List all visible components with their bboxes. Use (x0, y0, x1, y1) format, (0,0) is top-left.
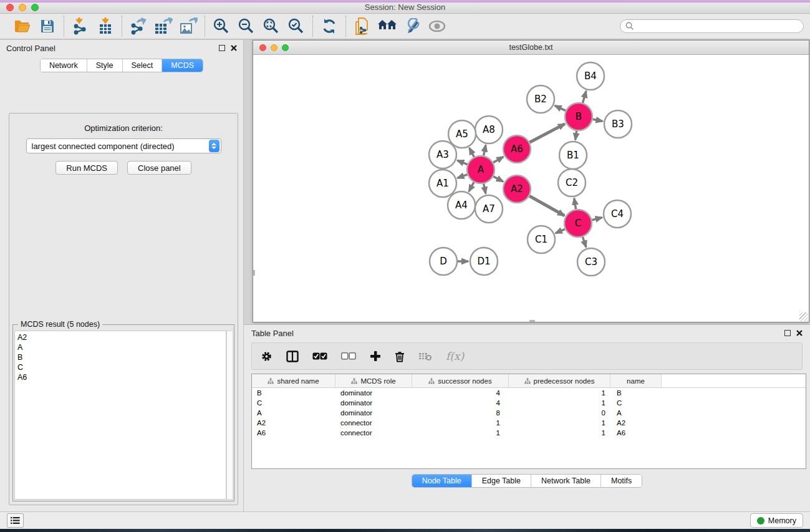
table-cell[interactable]: 4 (412, 388, 509, 398)
result-item[interactable]: B (17, 352, 223, 362)
column-header-shared-name[interactable]: shared name (252, 374, 335, 387)
node-B4[interactable]: B4 (577, 62, 604, 90)
node-D[interactable]: D (430, 248, 457, 275)
table-row[interactable]: Bdominator41B (252, 388, 806, 398)
edge-B-B4[interactable] (582, 91, 586, 103)
table-cell[interactable]: 1 (509, 418, 610, 428)
node-A6[interactable]: A6 (503, 135, 531, 163)
node-D1[interactable]: D1 (470, 248, 498, 275)
table-cell[interactable]: 1 (509, 398, 610, 408)
tab-style[interactable]: Style (87, 59, 122, 72)
minimize-window-button[interactable] (19, 4, 26, 11)
deselect-all-checkboxes-icon[interactable] (341, 352, 356, 360)
search-input-container[interactable] (620, 19, 804, 33)
node-A7[interactable]: A7 (475, 195, 503, 223)
edge-A-A8[interactable] (484, 145, 486, 155)
table-cell[interactable]: dominator (335, 408, 412, 418)
network-graph[interactable]: B4B2BB3A8A5A6A3B1AA1C2A2A4A7C4CC1C3DD1 (253, 56, 806, 322)
refresh-icon[interactable] (319, 16, 340, 36)
table-cell[interactable]: 1 (412, 428, 509, 438)
edge-A-A7[interactable] (484, 184, 486, 194)
node-C[interactable]: C (564, 210, 592, 237)
column-header-name[interactable]: name (610, 374, 662, 387)
node-A2[interactable]: A2 (503, 175, 531, 203)
table-cell[interactable]: dominator (335, 388, 412, 398)
column-header-predecessor-nodes[interactable]: predecessor nodes (509, 374, 610, 387)
show-graphics-eye-icon[interactable] (427, 16, 448, 36)
float-panel-icon[interactable] (219, 45, 225, 51)
zoom-selected-icon[interactable] (286, 16, 307, 36)
gear-icon[interactable] (261, 351, 272, 362)
close-window-button[interactable] (6, 4, 14, 11)
hide-annotation-icon[interactable] (402, 16, 423, 36)
table-cell[interactable]: A6 (610, 428, 662, 438)
node-A5[interactable]: A5 (448, 120, 476, 148)
maximize-window-button[interactable] (31, 4, 39, 11)
node-B1[interactable]: B1 (559, 142, 587, 169)
add-column-icon[interactable] (370, 351, 381, 362)
table-tab-network-table[interactable]: Network Table (531, 475, 600, 487)
table-cell[interactable]: 8 (412, 408, 509, 418)
node-A1[interactable]: A1 (429, 170, 456, 197)
zoom-in-icon[interactable] (211, 16, 232, 36)
network-window-titlebar[interactable]: testGlobe.txt (253, 41, 809, 55)
table-cell[interactable]: 4 (412, 398, 509, 408)
edge-A-A1[interactable] (458, 175, 468, 178)
table-cell[interactable]: 0 (509, 408, 610, 418)
close-table-panel-icon[interactable] (796, 330, 803, 336)
float-table-panel-icon[interactable] (784, 330, 791, 336)
close-panel-icon[interactable] (231, 45, 237, 51)
memory-button[interactable]: Memory (750, 513, 803, 528)
network-close-button[interactable] (259, 44, 266, 51)
network-canvas[interactable]: B4B2BB3A8A5A6A3B1AA1C2A2A4A7C4CC1C3DD1 (253, 56, 809, 322)
search-input[interactable] (637, 22, 798, 31)
table-tab-motifs[interactable]: Motifs (600, 475, 642, 487)
cybrowser-home-icon[interactable] (377, 16, 398, 36)
show-panels-list-icon[interactable] (7, 513, 24, 528)
table-cell[interactable]: A (610, 408, 662, 418)
save-session-icon[interactable] (37, 16, 58, 36)
zoom-out-icon[interactable] (236, 16, 257, 36)
table-cell[interactable]: 1 (412, 418, 509, 428)
table-tab-node-table[interactable]: Node Table (412, 475, 471, 487)
edge-B-B2[interactable] (555, 105, 566, 110)
edge-B-B3[interactable] (593, 119, 603, 121)
column-header-successor-nodes[interactable]: successor nodes (412, 374, 509, 387)
table-cell[interactable]: 1 (509, 428, 610, 438)
edge-C-C4[interactable] (592, 218, 602, 220)
node-B2[interactable]: B2 (527, 85, 554, 113)
table-cell[interactable]: C (252, 398, 335, 408)
close-panel-button[interactable]: Close panel (127, 161, 191, 175)
edge-C-C3[interactable] (582, 237, 586, 248)
table-cell[interactable]: A (252, 408, 335, 418)
edge-A-A3[interactable] (457, 160, 467, 164)
result-item[interactable]: A6 (17, 372, 223, 382)
table-cell[interactable]: B (252, 388, 335, 398)
export-image-icon[interactable] (178, 16, 199, 36)
node-A3[interactable]: A3 (429, 141, 456, 168)
column-header-MCDS-role[interactable]: MCDS role (335, 374, 412, 387)
table-tab-edge-table[interactable]: Edge Table (471, 475, 531, 487)
result-item[interactable]: A2 (17, 332, 223, 342)
table-cell[interactable]: A6 (252, 428, 335, 438)
export-network-icon[interactable] (128, 16, 149, 36)
edge-C-C2[interactable] (574, 198, 576, 210)
table-cell[interactable]: connector (335, 418, 412, 428)
run-mcds-button[interactable]: Run MCDS (55, 161, 118, 175)
delete-column-icon[interactable] (395, 351, 405, 362)
table-cell[interactable]: C (610, 398, 662, 408)
delete-table-icon[interactable] (418, 352, 432, 361)
mcds-result-list[interactable]: A2ABCA6 (14, 331, 226, 500)
node-B3[interactable]: B3 (604, 110, 632, 138)
function-builder-icon[interactable]: f(x) (446, 350, 464, 362)
table-cell[interactable]: connector (335, 428, 412, 438)
column-view-icon[interactable] (286, 351, 299, 362)
export-table-icon[interactable] (153, 16, 174, 36)
select-all-checkboxes-icon[interactable] (312, 352, 327, 360)
table-cell[interactable]: A2 (610, 418, 662, 428)
edge-A2-C[interactable] (529, 196, 564, 216)
node-C2[interactable]: C2 (558, 169, 586, 196)
edge-A-A6[interactable] (493, 157, 503, 162)
edge-A-A4[interactable] (469, 182, 474, 191)
tab-mcds[interactable]: MCDS (162, 59, 203, 72)
